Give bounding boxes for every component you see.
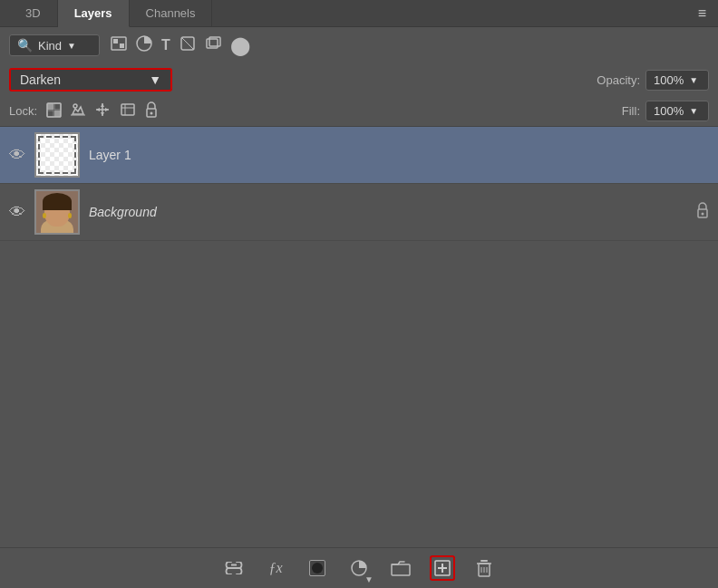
new-group-button[interactable]: [388, 555, 413, 581]
fill-group: Fill: 100% ▼: [622, 101, 709, 121]
new-layer-button[interactable]: [430, 555, 455, 581]
tab-channels[interactable]: Channels: [130, 0, 213, 26]
layer-style-button[interactable]: ƒx: [263, 555, 288, 581]
layers-list: 👁 Layer 1 👁 Background: [0, 127, 718, 547]
svg-point-33: [312, 563, 323, 574]
svg-point-13: [73, 104, 77, 108]
lock-transparent-icon[interactable]: [46, 102, 62, 120]
add-mask-button[interactable]: [305, 555, 330, 581]
blend-mode-row: Darken ▼ Opacity: 100% ▼: [0, 63, 718, 96]
lock-row: Lock:: [0, 96, 718, 127]
layer-thumb-background: [34, 189, 80, 235]
adjustment-filter-icon[interactable]: [136, 35, 152, 55]
svg-marker-17: [101, 103, 104, 107]
opacity-chevron-icon: ▼: [689, 75, 698, 85]
toggle-filter-icon[interactable]: ⬤: [230, 34, 250, 56]
text-filter-icon[interactable]: T: [161, 37, 170, 53]
lock-artboard-icon[interactable]: [120, 102, 136, 120]
svg-rect-12: [47, 111, 53, 117]
lock-all-icon[interactable]: [145, 101, 158, 120]
filter-kind-dropdown[interactable]: 🔍 Kind ▼: [9, 34, 100, 56]
pixel-filter-icon[interactable]: [111, 36, 127, 54]
blend-mode-value: Darken: [20, 72, 61, 87]
layer-item-background[interactable]: 👁 Background: [0, 184, 718, 241]
svg-point-25: [150, 112, 153, 115]
opacity-dropdown[interactable]: 100% ▼: [645, 70, 709, 91]
layer-item-layer1[interactable]: 👁 Layer 1: [0, 127, 718, 184]
svg-marker-18: [101, 112, 104, 116]
svg-rect-11: [54, 103, 61, 110]
svg-line-5: [181, 37, 194, 50]
lock-label: Lock:: [9, 104, 37, 118]
smart-filter-icon[interactable]: [205, 35, 221, 55]
tab-3d[interactable]: 3D: [9, 0, 58, 26]
opacity-label: Opacity:: [597, 73, 640, 87]
lock-image-icon[interactable]: [71, 102, 85, 120]
lock-icons-group: [46, 101, 158, 120]
opacity-group: Opacity: 100% ▼: [597, 70, 709, 91]
fill-dropdown[interactable]: 100% ▼: [645, 101, 709, 121]
bottom-toolbar: ƒx ▼: [0, 547, 718, 588]
opacity-value: 100%: [654, 73, 684, 87]
blend-mode-dropdown[interactable]: Darken ▼: [9, 68, 172, 92]
lock-position-icon[interactable]: [94, 101, 111, 120]
visibility-icon-background[interactable]: 👁: [9, 203, 25, 222]
adjustment-wrapper: ▼: [346, 555, 372, 581]
filter-chevron-icon: ▼: [67, 41, 76, 51]
adjustment-arrow-icon: ▼: [364, 574, 374, 584]
layer-name-background: Background: [89, 205, 687, 219]
svg-marker-20: [105, 108, 109, 111]
blend-chevron-icon: ▼: [149, 72, 161, 87]
svg-rect-21: [121, 104, 134, 115]
delete-layer-button[interactable]: [471, 555, 497, 581]
layer-locked-icon: [696, 202, 709, 222]
svg-rect-1: [113, 39, 118, 43]
filter-type-icons: T ⬤: [111, 34, 250, 56]
layer-thumb-layer1: [34, 132, 80, 178]
svg-rect-9: [47, 103, 53, 110]
visibility-icon-layer1[interactable]: 👁: [9, 146, 25, 165]
svg-point-27: [702, 213, 704, 216]
fill-label: Fill:: [622, 104, 640, 118]
svg-rect-10: [54, 111, 61, 117]
svg-rect-35: [392, 564, 410, 575]
filter-row: 🔍 Kind ▼ T: [0, 27, 718, 63]
shape-filter-icon[interactable]: [180, 35, 196, 55]
search-icon: 🔍: [17, 38, 33, 53]
svg-marker-19: [96, 108, 100, 111]
svg-rect-2: [120, 43, 124, 48]
tab-layers[interactable]: Layers: [58, 0, 130, 27]
layer-name-layer1: Layer 1: [89, 148, 709, 162]
fill-chevron-icon: ▼: [689, 106, 698, 116]
fill-value: 100%: [654, 104, 684, 118]
tab-bar: 3D Layers Channels ≡: [0, 0, 718, 27]
layers-panel: 3D Layers Channels ≡ 🔍 Kind ▼: [0, 0, 718, 588]
panel-menu-button[interactable]: ≡: [698, 5, 707, 22]
link-layers-button[interactable]: [221, 555, 247, 581]
